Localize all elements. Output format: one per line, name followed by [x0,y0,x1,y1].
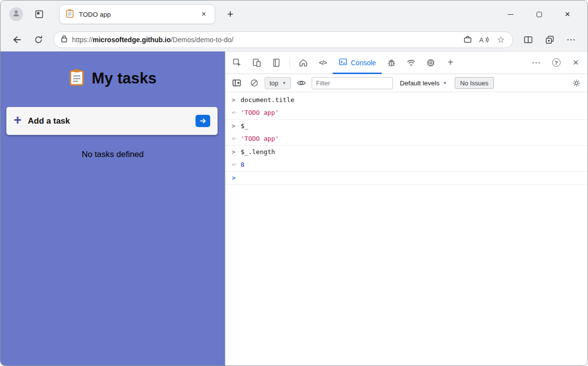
tab-title: TODO app [79,11,198,18]
minimize-button[interactable] [496,4,525,24]
minimize-icon [508,14,514,15]
person-icon [12,9,21,20]
console-text: 'TODO app' [241,108,279,117]
command-chevron-icon: > [232,148,241,157]
elements-tab-code-icon[interactable]: </> [313,53,333,73]
network-wifi-icon[interactable] [401,53,421,73]
add-task-input[interactable]: + Add a task [6,107,218,135]
window-close-button[interactable]: × [553,4,582,24]
split-screen-icon[interactable] [519,30,538,49]
context-selector-label: top [270,79,278,87]
favorites-star-icon[interactable]: ☆ [493,32,509,47]
inspect-element-icon[interactable] [227,53,247,73]
console-command-row: >$_ [225,120,588,132]
page-title: My tasks [92,70,157,87]
console-result-row: <·'TODO app' [225,106,588,120]
console-text: $_.length [241,148,275,157]
new-tab-button[interactable]: + [222,6,239,23]
chevron-down-icon: ▼ [282,81,286,85]
console-prompt-row[interactable]: > [225,172,588,185]
log-levels-dropdown[interactable]: Default levels ▼ [400,79,447,87]
clear-console-icon[interactable] [247,76,262,90]
command-chevron-icon: > [232,96,241,105]
empty-state-message: No tasks defined [0,150,225,159]
live-expression-eye-icon[interactable] [294,76,309,90]
arrow-right-icon [199,118,207,124]
help-icon[interactable]: ? [546,53,566,73]
console-command-row: >document.title [225,94,588,106]
devtools-close-icon[interactable]: × [566,53,586,73]
result-arrow-icon: <· [232,160,241,169]
url-text: https://microsoftedge.github.io/Demos/de… [72,36,233,44]
clipboard-icon [69,68,85,88]
console-text: 'TODO app' [241,134,279,143]
cpu-performance-icon[interactable] [421,53,441,73]
back-button[interactable] [7,30,26,49]
issues-counter-button[interactable]: No Issues [455,77,494,89]
command-chevron-icon: > [232,122,241,131]
prompt-chevron-icon: > [232,174,241,183]
collections-icon[interactable] [540,30,559,49]
console-toolbar: top ▼ Default levels ▼ No Issues [225,74,588,92]
tab-favicon-clipboard-icon [66,9,74,20]
log-levels-label: Default levels [400,79,440,87]
refresh-button[interactable] [29,30,48,49]
url-scheme: https:// [72,36,93,44]
bug-icon[interactable] [382,53,401,73]
browser-tab[interactable]: TODO app × [59,4,215,24]
console-filter-input[interactable] [312,77,393,89]
refresh-icon [34,35,43,44]
window-controls: × [496,4,582,24]
welcome-tab-home-icon[interactable] [294,53,313,73]
console-log: >document.title<·'TODO app'>$_<·'TODO ap… [225,92,588,366]
profile-avatar[interactable] [9,7,23,21]
maximize-button[interactable] [525,4,553,24]
console-tab-label: Console [351,59,376,67]
svg-text:A: A [479,36,484,44]
navigation-bar: https://microsoftedge.github.io/Demos/de… [0,28,588,52]
tab-strip: TODO app × + × [0,0,588,28]
result-arrow-icon: <· [232,108,241,117]
console-result-row: <·8 [225,158,588,172]
devtools-toolbar-right: ⋯ ? × [527,53,586,73]
devtools-menu-icon[interactable]: ⋯ [527,53,546,73]
context-selector-dropdown[interactable]: top ▼ [265,77,291,89]
read-aloud-icon[interactable]: A [476,32,492,47]
more-tools-add-icon[interactable]: + [441,53,460,73]
console-text: $_ [241,122,248,131]
lock-icon[interactable] [61,35,68,45]
devtools-toolbar: </> Console + [225,52,588,74]
console-command-row: >$_.length [225,146,588,158]
focus-mode-icon[interactable] [267,53,286,73]
content-area: My tasks + Add a task No tasks defined [0,52,588,366]
add-task-label: Add a task [28,116,189,126]
tab-console[interactable]: Console [333,52,382,74]
console-text: 8 [241,160,245,169]
maximize-icon [537,12,542,17]
console-terminal-icon [339,57,347,68]
chevron-down-icon: ▼ [443,81,447,85]
address-bar-actions: A ☆ [460,32,509,47]
url-path: /Demos/demo-to-do/ [171,36,233,44]
result-arrow-icon: <· [232,134,241,143]
console-text: document.title [241,96,294,105]
console-result-row: <·'TODO app' [225,132,588,146]
toolbar-divider [290,57,290,68]
address-bar[interactable]: https://microsoftedge.github.io/Demos/de… [53,31,513,48]
browser-menu-icon[interactable]: ⋯ [562,30,581,49]
app-install-icon[interactable] [460,32,475,47]
plus-icon: + [14,114,22,127]
console-sidebar-icon[interactable] [229,76,244,90]
device-emulation-icon[interactable] [247,53,267,73]
tab-actions-icon[interactable] [31,6,48,23]
url-host: microsoftedge.github.io [93,36,171,44]
back-arrow-icon [11,34,22,45]
todo-app-page: My tasks + Add a task No tasks defined [0,52,225,366]
tab-close-icon[interactable]: × [198,8,210,20]
browser-window: TODO app × + × https://microsoftedge.git… [0,0,588,366]
todo-header: My tasks [0,68,225,88]
add-task-submit-button[interactable] [196,115,210,127]
devtools-panel: </> Console + [225,52,588,366]
console-settings-gear-icon[interactable] [569,76,584,90]
